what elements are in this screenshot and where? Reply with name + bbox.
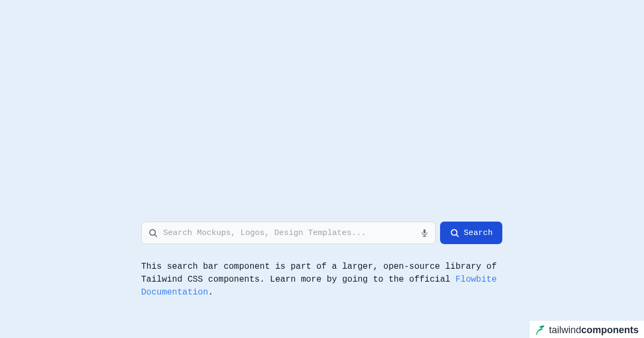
search-button[interactable]: Search: [440, 222, 502, 244]
svg-line-5: [456, 234, 458, 236]
microphone-icon[interactable]: [420, 229, 429, 237]
description-after: .: [208, 288, 214, 297]
search-icon: [450, 228, 459, 238]
search-section: Search This search bar component is part…: [141, 222, 502, 299]
brand-first: tailwind: [549, 325, 581, 335]
leaf-icon: [534, 324, 546, 336]
search-input-wrapper[interactable]: [141, 222, 436, 244]
brand-second: components: [581, 325, 639, 335]
search-row: Search: [141, 222, 502, 244]
search-button-label: Search: [464, 229, 493, 238]
search-input[interactable]: [163, 229, 420, 238]
svg-line-1: [155, 234, 156, 236]
search-icon: [148, 228, 158, 238]
description-before: This search bar component is part of a l…: [141, 262, 497, 284]
description-text: This search bar component is part of a l…: [141, 260, 502, 299]
footer-brand[interactable]: tailwindcomponents: [530, 321, 644, 338]
footer-brand-text: tailwindcomponents: [549, 325, 639, 336]
